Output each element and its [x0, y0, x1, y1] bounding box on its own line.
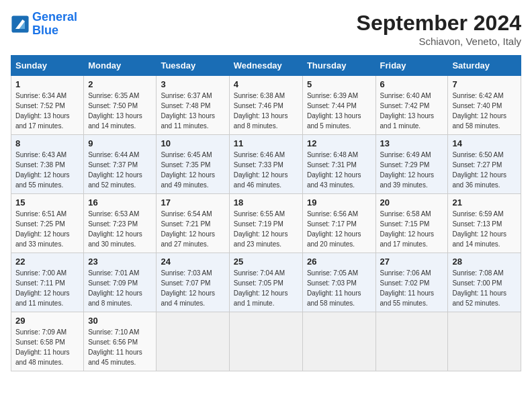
month-title: September 2024	[357, 11, 521, 36]
calendar-week-row: 22 Sunrise: 7:00 AMSunset: 7:11 PMDaylig…	[11, 253, 521, 312]
day-info: Sunrise: 6:48 AMSunset: 7:31 PMDaylight:…	[307, 151, 361, 189]
day-number: 1	[15, 79, 79, 89]
table-row: 29 Sunrise: 7:09 AMSunset: 6:58 PMDaylig…	[11, 312, 84, 371]
day-number: 25	[234, 257, 298, 267]
calendar-header-row: Sunday Monday Tuesday Wednesday Thursday…	[11, 56, 521, 76]
table-row: 11 Sunrise: 6:46 AMSunset: 7:33 PMDaylig…	[229, 135, 302, 194]
day-info: Sunrise: 6:45 AMSunset: 7:35 PMDaylight:…	[161, 151, 215, 189]
table-row: 17 Sunrise: 6:54 AMSunset: 7:21 PMDaylig…	[157, 194, 229, 253]
day-info: Sunrise: 6:54 AMSunset: 7:21 PMDaylight:…	[161, 210, 215, 248]
day-info: Sunrise: 6:37 AMSunset: 7:48 PMDaylight:…	[161, 92, 215, 130]
day-number: 30	[88, 316, 152, 326]
logo-text: General Blue	[32, 11, 77, 38]
day-info: Sunrise: 7:04 AMSunset: 7:05 PMDaylight:…	[234, 269, 288, 307]
table-row: 16 Sunrise: 6:53 AMSunset: 7:23 PMDaylig…	[84, 194, 157, 253]
day-number: 23	[88, 257, 152, 267]
table-row: 1 Sunrise: 6:34 AMSunset: 7:52 PMDayligh…	[11, 76, 84, 135]
table-row: 19 Sunrise: 6:56 AMSunset: 7:17 PMDaylig…	[302, 194, 375, 253]
day-number: 2	[88, 79, 152, 89]
day-number: 16	[88, 197, 152, 208]
day-number: 14	[452, 138, 517, 148]
day-info: Sunrise: 6:51 AMSunset: 7:25 PMDaylight:…	[15, 210, 70, 248]
day-number: 4	[234, 79, 298, 89]
table-row: 8 Sunrise: 6:43 AMSunset: 7:38 PMDayligh…	[11, 135, 84, 194]
table-row: 24 Sunrise: 7:03 AMSunset: 7:07 PMDaylig…	[157, 253, 229, 312]
col-friday: Friday	[375, 56, 448, 76]
table-row	[229, 312, 302, 371]
table-row: 5 Sunrise: 6:39 AMSunset: 7:44 PMDayligh…	[302, 76, 375, 135]
table-row	[375, 312, 448, 371]
day-info: Sunrise: 6:53 AMSunset: 7:23 PMDaylight:…	[88, 210, 142, 248]
day-number: 13	[380, 138, 444, 148]
day-info: Sunrise: 6:43 AMSunset: 7:38 PMDaylight:…	[15, 151, 70, 189]
table-row: 27 Sunrise: 7:06 AMSunset: 7:02 PMDaylig…	[375, 253, 448, 312]
col-monday: Monday	[84, 56, 157, 76]
table-row: 9 Sunrise: 6:44 AMSunset: 7:37 PMDayligh…	[84, 135, 157, 194]
day-info: Sunrise: 7:10 AMSunset: 6:56 PMDaylight:…	[88, 328, 142, 366]
table-row: 21 Sunrise: 6:59 AMSunset: 7:13 PMDaylig…	[448, 194, 521, 253]
day-info: Sunrise: 6:38 AMSunset: 7:46 PMDaylight:…	[234, 92, 288, 130]
table-row: 4 Sunrise: 6:38 AMSunset: 7:46 PMDayligh…	[229, 76, 302, 135]
table-row: 2 Sunrise: 6:35 AMSunset: 7:50 PMDayligh…	[84, 76, 157, 135]
calendar-week-row: 15 Sunrise: 6:51 AMSunset: 7:25 PMDaylig…	[11, 194, 521, 253]
day-number: 21	[452, 197, 517, 208]
table-row: 23 Sunrise: 7:01 AMSunset: 7:09 PMDaylig…	[84, 253, 157, 312]
day-info: Sunrise: 6:34 AMSunset: 7:52 PMDaylight:…	[15, 92, 70, 130]
col-thursday: Thursday	[302, 56, 375, 76]
day-number: 6	[380, 79, 444, 89]
location-title: Schiavon, Veneto, Italy	[357, 36, 521, 47]
day-number: 5	[307, 79, 371, 89]
table-row: 7 Sunrise: 6:42 AMSunset: 7:40 PMDayligh…	[448, 76, 521, 135]
calendar-table: Sunday Monday Tuesday Wednesday Thursday…	[11, 55, 521, 371]
day-info: Sunrise: 7:06 AMSunset: 7:02 PMDaylight:…	[380, 269, 435, 307]
day-number: 10	[161, 138, 224, 148]
day-number: 22	[15, 257, 79, 267]
day-number: 7	[452, 79, 517, 89]
calendar-week-row: 8 Sunrise: 6:43 AMSunset: 7:38 PMDayligh…	[11, 135, 521, 194]
day-info: Sunrise: 6:58 AMSunset: 7:15 PMDaylight:…	[380, 210, 435, 248]
table-row: 30 Sunrise: 7:10 AMSunset: 6:56 PMDaylig…	[84, 312, 157, 371]
table-row	[302, 312, 375, 371]
day-info: Sunrise: 6:49 AMSunset: 7:29 PMDaylight:…	[380, 151, 435, 189]
table-row: 20 Sunrise: 6:58 AMSunset: 7:15 PMDaylig…	[375, 194, 448, 253]
table-row: 6 Sunrise: 6:40 AMSunset: 7:42 PMDayligh…	[375, 76, 448, 135]
table-row	[157, 312, 229, 371]
col-saturday: Saturday	[448, 56, 521, 76]
day-info: Sunrise: 6:50 AMSunset: 7:27 PMDaylight:…	[452, 151, 506, 189]
table-row: 26 Sunrise: 7:05 AMSunset: 7:03 PMDaylig…	[302, 253, 375, 312]
day-number: 17	[161, 197, 224, 208]
day-info: Sunrise: 6:46 AMSunset: 7:33 PMDaylight:…	[234, 151, 288, 189]
logo-icon	[11, 15, 30, 34]
col-sunday: Sunday	[11, 56, 84, 76]
col-tuesday: Tuesday	[157, 56, 229, 76]
title-block: September 2024 Schiavon, Veneto, Italy	[357, 11, 521, 47]
day-number: 19	[307, 197, 371, 208]
calendar-week-row: 1 Sunrise: 6:34 AMSunset: 7:52 PMDayligh…	[11, 76, 521, 135]
day-number: 29	[15, 316, 79, 326]
day-number: 26	[307, 257, 371, 267]
day-info: Sunrise: 6:40 AMSunset: 7:42 PMDaylight:…	[380, 92, 435, 130]
day-number: 3	[161, 79, 224, 89]
table-row: 22 Sunrise: 7:00 AMSunset: 7:11 PMDaylig…	[11, 253, 84, 312]
calendar-week-row: 29 Sunrise: 7:09 AMSunset: 6:58 PMDaylig…	[11, 312, 521, 371]
col-wednesday: Wednesday	[229, 56, 302, 76]
day-number: 8	[15, 138, 79, 148]
day-number: 24	[161, 257, 224, 267]
day-number: 12	[307, 138, 371, 148]
day-info: Sunrise: 6:56 AMSunset: 7:17 PMDaylight:…	[307, 210, 361, 248]
day-info: Sunrise: 6:44 AMSunset: 7:37 PMDaylight:…	[88, 151, 142, 189]
day-number: 27	[380, 257, 444, 267]
day-info: Sunrise: 6:35 AMSunset: 7:50 PMDaylight:…	[88, 92, 142, 130]
table-row: 12 Sunrise: 6:48 AMSunset: 7:31 PMDaylig…	[302, 135, 375, 194]
day-info: Sunrise: 6:39 AMSunset: 7:44 PMDaylight:…	[307, 92, 361, 130]
day-info: Sunrise: 7:05 AMSunset: 7:03 PMDaylight:…	[307, 269, 361, 307]
table-row	[448, 312, 521, 371]
day-number: 11	[234, 138, 298, 148]
table-row: 3 Sunrise: 6:37 AMSunset: 7:48 PMDayligh…	[157, 76, 229, 135]
logo: General Blue	[11, 11, 77, 38]
day-info: Sunrise: 6:42 AMSunset: 7:40 PMDaylight:…	[452, 92, 506, 130]
day-number: 15	[15, 197, 79, 208]
table-row: 18 Sunrise: 6:55 AMSunset: 7:19 PMDaylig…	[229, 194, 302, 253]
table-row: 14 Sunrise: 6:50 AMSunset: 7:27 PMDaylig…	[448, 135, 521, 194]
table-row: 28 Sunrise: 7:08 AMSunset: 7:00 PMDaylig…	[448, 253, 521, 312]
